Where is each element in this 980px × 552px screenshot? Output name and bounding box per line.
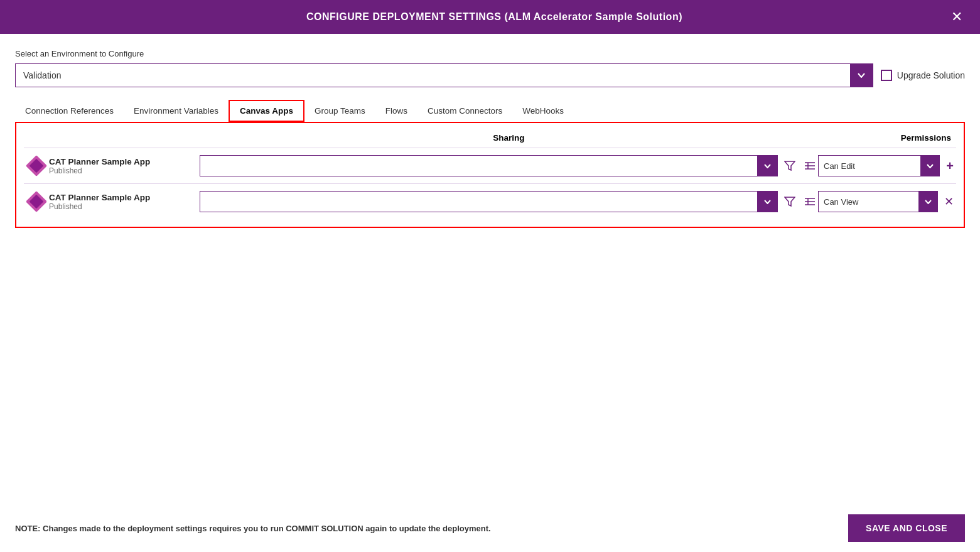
sharing-dropdown-button[interactable] — [757, 191, 777, 212]
list-icon — [804, 197, 816, 206]
sharing-input-wrapper — [200, 155, 778, 176]
perm-select-wrapper: Can View — [818, 191, 938, 212]
chevron-down-icon — [764, 200, 771, 204]
perm-select-text: Can View — [819, 195, 918, 209]
add-button[interactable]: + — [944, 158, 956, 175]
permissions-cell: Can View ✕ — [818, 191, 956, 212]
env-dropdown-button[interactable] — [850, 64, 873, 87]
table-row: CAT Planner Sample App Published — [24, 148, 956, 183]
perm-dropdown-button[interactable] — [920, 155, 939, 176]
footer-area: NOTE: Changes made to the deployment set… — [15, 504, 965, 552]
modal-header: CONFIGURE DEPLOYMENT SETTINGS (ALM Accel… — [0, 0, 980, 34]
env-select-text: Validation — [16, 65, 850, 85]
app-status: Published — [49, 166, 187, 175]
tabs-row: Connection References Environment Variab… — [15, 100, 965, 122]
app-icon — [24, 153, 49, 178]
list-icon — [804, 161, 816, 170]
app-icon — [24, 189, 49, 214]
tab-flows[interactable]: Flows — [375, 101, 417, 121]
filter-icon — [784, 197, 795, 207]
tab-canvas-apps[interactable]: Canvas Apps — [229, 100, 304, 122]
perm-select-wrapper: Can Edit — [818, 155, 940, 176]
chevron-down-icon — [925, 200, 932, 204]
col-permissions-header: Permissions — [818, 133, 956, 143]
filter-button[interactable] — [782, 158, 798, 173]
upgrade-label: Upgrade Solution — [897, 70, 965, 80]
tab-group-teams[interactable]: Group Teams — [304, 101, 375, 121]
upgrade-check-row: Upgrade Solution — [881, 70, 965, 81]
env-select-wrapper: Validation — [15, 63, 873, 87]
save-and-close-button[interactable]: SAVE AND CLOSE — [848, 514, 965, 542]
sharing-input[interactable] — [200, 159, 757, 173]
app-name: CAT Planner Sample App — [49, 193, 187, 202]
col-sharing-header: Sharing — [200, 133, 818, 143]
tab-environment-variables[interactable]: Environment Variables — [124, 101, 229, 121]
list-button[interactable] — [802, 195, 818, 208]
perm-dropdown-button[interactable] — [918, 191, 937, 212]
env-row: Validation Upgrade Solution — [15, 63, 965, 87]
filter-button[interactable] — [782, 194, 798, 209]
upgrade-checkbox[interactable] — [881, 70, 892, 81]
delete-button[interactable]: ✕ — [942, 193, 956, 210]
tab-webhooks[interactable]: WebHooks — [512, 101, 574, 121]
footer-note: NOTE: Changes made to the deployment set… — [15, 524, 491, 533]
content-header-row: Sharing Permissions — [24, 131, 956, 148]
table-row: CAT Planner Sample App Published — [24, 183, 956, 219]
sharing-input-wrapper — [200, 191, 778, 212]
chevron-down-icon — [858, 73, 865, 78]
sharing-cell — [200, 191, 818, 212]
app-info: CAT Planner Sample App Published — [49, 193, 187, 211]
close-button[interactable]: ✕ — [949, 10, 965, 24]
modal-title: CONFIGURE DEPLOYMENT SETTINGS (ALM Accel… — [40, 11, 949, 23]
tab-connection-references[interactable]: Connection References — [15, 101, 124, 121]
chevron-down-icon — [764, 164, 771, 168]
sharing-input[interactable] — [200, 195, 757, 209]
permissions-cell: Can Edit + — [818, 155, 956, 176]
app-status: Published — [49, 202, 187, 211]
chevron-down-icon — [927, 164, 934, 168]
env-label: Select an Environment to Configure — [15, 49, 965, 58]
tab-custom-connectors[interactable]: Custom Connectors — [417, 101, 512, 121]
sharing-cell — [200, 155, 818, 176]
sharing-dropdown-button[interactable] — [757, 155, 777, 176]
app-info: CAT Planner Sample App Published — [49, 157, 187, 175]
content-area: Sharing Permissions CAT Planner Sample A… — [15, 122, 965, 228]
app-name: CAT Planner Sample App — [49, 157, 187, 166]
filter-icon — [784, 161, 795, 171]
list-button[interactable] — [802, 159, 818, 173]
perm-select-text: Can Edit — [819, 159, 920, 173]
modal-body: Select an Environment to Configure Valid… — [0, 34, 980, 552]
